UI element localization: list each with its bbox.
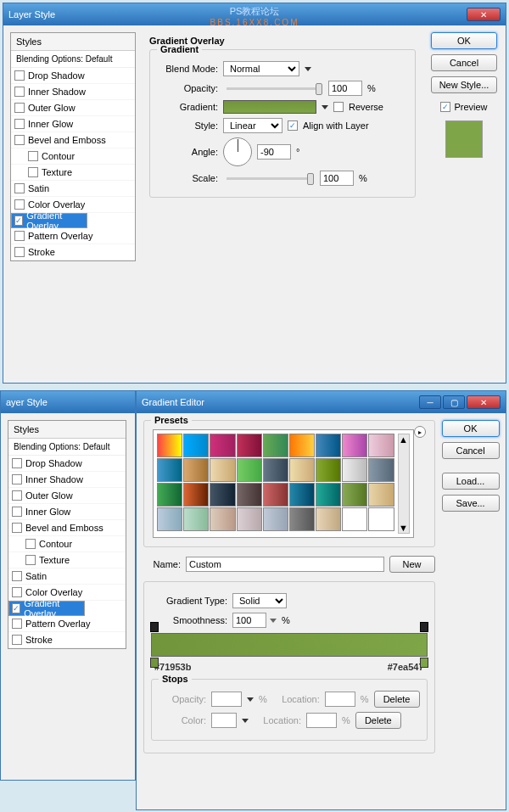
stop-opacity-input[interactable] <box>211 692 242 707</box>
ok-button[interactable]: OK <box>442 420 500 437</box>
style-item[interactable]: Contour <box>11 148 135 165</box>
style-item[interactable]: Drop Shadow <box>8 456 126 472</box>
preset-swatch[interactable] <box>237 434 262 457</box>
checkbox[interactable] <box>14 70 25 81</box>
preset-swatch[interactable] <box>316 483 341 507</box>
opacity-input[interactable] <box>328 81 362 96</box>
gradient-type-select[interactable]: Solid <box>232 593 287 608</box>
preset-swatch[interactable] <box>237 458 262 482</box>
style-item[interactable]: Contour <box>8 536 126 552</box>
preset-swatch[interactable] <box>157 434 182 457</box>
preset-swatch[interactable] <box>316 434 341 457</box>
preset-swatch[interactable] <box>210 434 235 457</box>
preset-swatch[interactable] <box>289 483 315 507</box>
checkbox[interactable] <box>12 571 22 581</box>
checkbox[interactable] <box>14 247 25 257</box>
cancel-button[interactable]: Cancel <box>431 54 497 71</box>
scale-slider[interactable] <box>227 177 311 180</box>
style-item[interactable]: Texture <box>11 165 135 181</box>
style-item[interactable]: Texture <box>8 552 126 568</box>
preset-swatch[interactable] <box>237 483 262 507</box>
preset-swatch[interactable] <box>157 483 182 507</box>
preset-swatch[interactable] <box>263 507 288 531</box>
preset-swatch[interactable] <box>368 458 394 482</box>
gradient-bar[interactable] <box>151 633 428 657</box>
color-stop-right[interactable] <box>420 658 428 668</box>
presets-menu-icon[interactable]: ▸ <box>414 426 426 438</box>
styles-header[interactable]: Styles <box>11 33 135 51</box>
preset-swatch[interactable] <box>368 483 394 507</box>
gradient-picker[interactable] <box>223 100 316 114</box>
align-checkbox[interactable]: ✓ <box>288 120 298 131</box>
scale-input[interactable] <box>320 171 354 186</box>
close-button[interactable]: ✕ <box>467 395 501 409</box>
preset-swatch[interactable] <box>342 434 367 457</box>
preset-swatch[interactable] <box>342 483 367 507</box>
preset-swatch[interactable] <box>289 434 315 457</box>
titlebar[interactable]: ayer Style <box>1 391 135 413</box>
preset-swatch[interactable] <box>183 434 209 457</box>
checkbox[interactable] <box>14 119 25 129</box>
delete-stop-button[interactable]: Delete <box>374 691 420 708</box>
checkbox[interactable] <box>14 199 25 210</box>
preview-checkbox[interactable]: ✓ <box>440 102 450 112</box>
close-button[interactable]: ✕ <box>467 8 501 21</box>
style-item[interactable]: Pattern Overlay <box>11 228 135 244</box>
preset-swatch[interactable] <box>342 507 367 531</box>
preset-swatch[interactable] <box>183 458 209 482</box>
checkbox[interactable] <box>12 635 22 645</box>
scrollbar[interactable]: ▲▼ <box>398 434 410 534</box>
stop-color-location-input[interactable] <box>306 713 337 728</box>
stop-location-input[interactable] <box>325 692 355 707</box>
new-button[interactable]: New <box>389 556 435 573</box>
name-input[interactable] <box>186 557 384 572</box>
opacity-slider[interactable]: .slider:nth-of-type(1)::after{left:95%} <box>227 87 320 90</box>
preset-swatch[interactable] <box>289 507 315 531</box>
preset-swatch[interactable] <box>316 458 341 482</box>
load-button[interactable]: Load... <box>442 473 500 490</box>
blend-mode-select[interactable]: Normal <box>223 61 299 76</box>
chevron-down-icon[interactable] <box>322 105 328 109</box>
preset-swatch[interactable] <box>368 434 394 457</box>
style-item[interactable]: Inner Shadow <box>11 84 135 100</box>
save-button[interactable]: Save... <box>442 495 500 512</box>
ok-button[interactable]: OK <box>431 32 497 49</box>
style-item[interactable]: Outer Glow <box>8 488 126 504</box>
color-stop-left[interactable] <box>150 658 159 668</box>
minimize-button[interactable]: ─ <box>419 395 441 409</box>
maximize-button[interactable]: ▢ <box>443 395 465 409</box>
checkbox[interactable] <box>14 183 25 193</box>
preset-swatch[interactable] <box>263 434 288 457</box>
checkbox[interactable] <box>25 555 36 565</box>
smoothness-input[interactable] <box>232 613 266 628</box>
new-style-button[interactable]: New Style... <box>431 76 497 93</box>
style-item[interactable]: Bevel and Emboss <box>8 520 126 536</box>
preset-swatch[interactable] <box>368 507 394 531</box>
checkbox[interactable] <box>12 490 22 501</box>
style-item[interactable]: Drop Shadow <box>11 68 135 84</box>
opacity-stop-right[interactable] <box>420 622 428 632</box>
checkbox[interactable] <box>28 151 38 161</box>
preset-swatch[interactable] <box>289 458 315 482</box>
checkbox[interactable]: ✓ <box>12 603 20 613</box>
checkbox[interactable] <box>12 523 22 533</box>
checkbox[interactable] <box>14 103 25 113</box>
checkbox[interactable] <box>12 458 22 468</box>
preset-swatch[interactable] <box>157 458 182 482</box>
delete-stop-button[interactable]: Delete <box>355 712 401 729</box>
checkbox[interactable]: ✓ <box>14 216 23 226</box>
style-item[interactable]: Stroke <box>8 632 126 648</box>
checkbox[interactable] <box>12 587 22 597</box>
checkbox[interactable] <box>14 231 25 241</box>
style-item[interactable]: Satin <box>8 568 126 585</box>
opacity-stop-left[interactable] <box>150 622 159 632</box>
preset-swatch[interactable] <box>210 483 235 507</box>
style-item[interactable]: ✓Gradient Overlay <box>8 601 85 616</box>
angle-dial[interactable] <box>223 137 252 166</box>
style-item[interactable]: Stroke <box>11 244 135 260</box>
chevron-down-icon[interactable] <box>270 619 277 623</box>
preset-swatch[interactable] <box>210 458 235 482</box>
titlebar[interactable]: Gradient Editor ─ ▢ ✕ <box>137 391 506 413</box>
blending-options[interactable]: Blending Options: Default <box>8 439 126 456</box>
preset-swatch[interactable] <box>237 507 262 531</box>
